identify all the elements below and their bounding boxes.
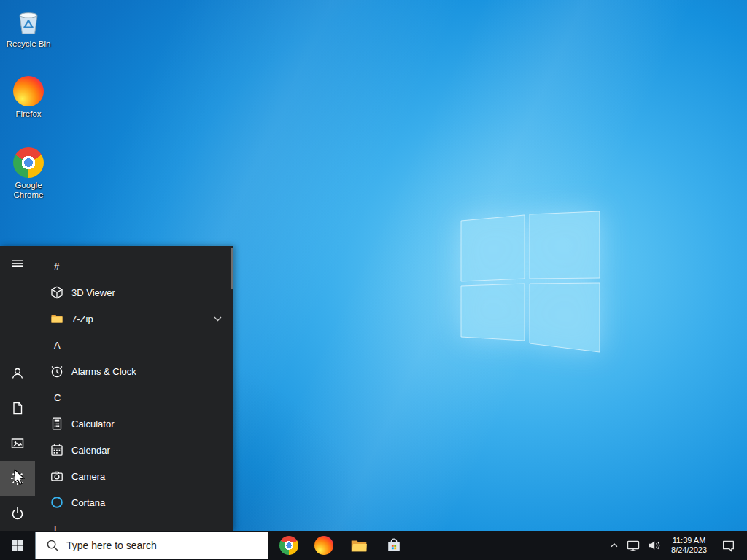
firefox-icon bbox=[314, 536, 333, 555]
app-label: Calculator bbox=[71, 419, 115, 429]
windows-desktop: Recycle Bin Firefox Google Chrome bbox=[0, 0, 747, 560]
chevron-down-icon[interactable] bbox=[214, 316, 222, 322]
app-label: Alarms & Clock bbox=[71, 366, 136, 377]
cortana-icon bbox=[50, 495, 64, 510]
calendar-icon bbox=[50, 443, 64, 457]
rail-documents-button[interactable] bbox=[0, 391, 35, 426]
file-explorer-icon bbox=[349, 536, 368, 555]
3d-viewer-icon bbox=[50, 285, 64, 300]
settings-gear-icon bbox=[10, 471, 25, 486]
pictures-icon bbox=[10, 436, 25, 451]
section-header-e[interactable]: E bbox=[35, 516, 233, 531]
search-icon bbox=[46, 539, 59, 552]
taskbar-chrome-button[interactable] bbox=[271, 531, 306, 560]
desktop-icon-google-chrome[interactable]: Google Chrome bbox=[0, 147, 57, 200]
app-label: 7-Zip bbox=[71, 314, 93, 324]
rail-user-account-button[interactable] bbox=[0, 356, 35, 391]
taskbar-file-explorer-button[interactable] bbox=[341, 531, 376, 560]
taskbar-pinned-apps bbox=[271, 531, 411, 560]
app-item-calculator[interactable]: Calculator bbox=[35, 411, 233, 437]
network-status-button[interactable] bbox=[622, 531, 644, 560]
rail-settings-button[interactable] bbox=[0, 461, 35, 496]
start-menu: # 3D Viewer 7-Zip A bbox=[0, 246, 233, 531]
start-menu-scrollbar[interactable] bbox=[231, 248, 233, 289]
section-letter: E bbox=[54, 524, 61, 532]
volume-button[interactable] bbox=[644, 531, 665, 560]
microsoft-store-icon bbox=[385, 537, 403, 554]
power-icon bbox=[10, 506, 25, 521]
section-letter: C bbox=[54, 392, 61, 403]
app-label: 3D Viewer bbox=[71, 287, 115, 298]
search-input[interactable] bbox=[66, 540, 249, 551]
start-button[interactable] bbox=[0, 531, 35, 560]
clock-date: 8/24/2023 bbox=[671, 545, 707, 555]
taskbar: 11:39 AM 8/24/2023 bbox=[0, 531, 747, 560]
action-center-button[interactable] bbox=[713, 531, 743, 560]
taskbar-microsoft-store-button[interactable] bbox=[376, 531, 411, 560]
app-item-camera[interactable]: Camera bbox=[35, 463, 233, 489]
chrome-icon bbox=[13, 147, 44, 178]
alarm-clock-icon bbox=[50, 364, 64, 378]
folder-icon bbox=[50, 311, 64, 326]
clock-time: 11:39 AM bbox=[671, 536, 707, 545]
action-center-icon bbox=[721, 539, 735, 553]
app-item-calendar[interactable]: Calendar bbox=[35, 437, 233, 463]
desktop-icon-label: Google Chrome bbox=[1, 181, 55, 200]
app-label: Calendar bbox=[71, 445, 110, 456]
desktop-icon-recycle-bin[interactable]: Recycle Bin bbox=[0, 6, 57, 49]
network-display-icon bbox=[626, 538, 640, 553]
rail-pictures-button[interactable] bbox=[0, 426, 35, 461]
start-menu-rail bbox=[0, 246, 35, 531]
section-header-hash[interactable]: # bbox=[35, 253, 233, 279]
user-account-icon bbox=[10, 366, 25, 381]
app-item-7-zip[interactable]: 7-Zip bbox=[35, 306, 233, 332]
section-letter: A bbox=[54, 340, 61, 351]
taskbar-clock[interactable]: 11:39 AM 8/24/2023 bbox=[665, 531, 713, 560]
hamburger-menu-icon bbox=[10, 256, 25, 271]
desktop-icon-label: Recycle Bin bbox=[7, 39, 51, 49]
windows-flag-icon bbox=[11, 539, 24, 552]
recycle-bin-icon bbox=[13, 6, 44, 36]
show-hidden-icons-button[interactable] bbox=[606, 531, 622, 560]
chevron-up-icon bbox=[609, 540, 619, 551]
chrome-icon bbox=[279, 536, 298, 555]
speaker-icon bbox=[647, 538, 662, 553]
taskbar-search[interactable] bbox=[35, 532, 268, 559]
section-header-c[interactable]: C bbox=[35, 384, 233, 411]
calculator-icon bbox=[50, 416, 64, 431]
rail-power-button[interactable] bbox=[0, 496, 35, 531]
app-item-alarms-clock[interactable]: Alarms & Clock bbox=[35, 358, 233, 384]
app-item-3d-viewer[interactable]: 3D Viewer bbox=[35, 279, 233, 306]
firefox-icon bbox=[13, 76, 44, 106]
taskbar-firefox-button[interactable] bbox=[306, 531, 341, 560]
desktop-icon-firefox[interactable]: Firefox bbox=[0, 76, 57, 119]
camera-icon bbox=[50, 469, 64, 483]
start-menu-expand-button[interactable] bbox=[0, 246, 35, 281]
start-menu-app-list: # 3D Viewer 7-Zip A bbox=[35, 246, 233, 531]
section-header-a[interactable]: A bbox=[35, 332, 233, 358]
documents-icon bbox=[10, 401, 25, 416]
app-label: Cortana bbox=[71, 497, 105, 508]
system-tray: 11:39 AM 8/24/2023 bbox=[606, 531, 747, 560]
section-letter: # bbox=[54, 261, 59, 272]
desktop-icon-label: Firefox bbox=[15, 109, 41, 119]
app-label: Camera bbox=[71, 471, 105, 482]
app-item-cortana[interactable]: Cortana bbox=[35, 489, 233, 516]
